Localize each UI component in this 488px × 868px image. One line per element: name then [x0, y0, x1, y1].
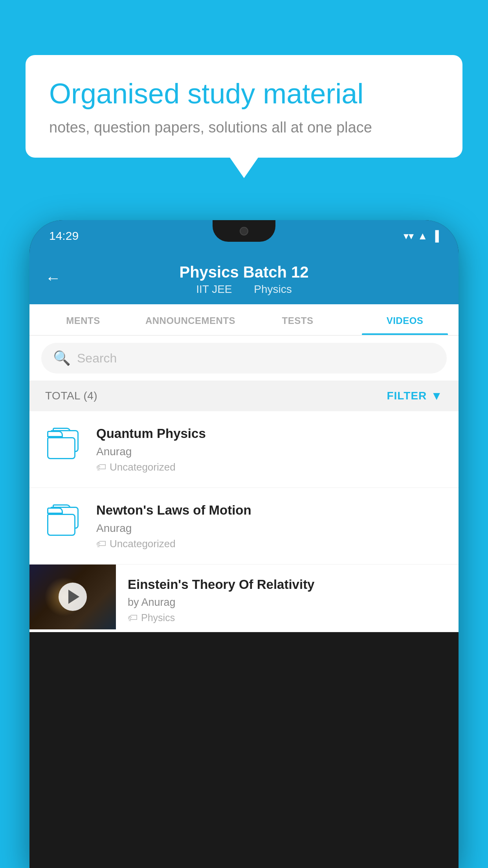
header-title: Physics Batch 12 [49, 263, 439, 281]
search-placeholder: Search [77, 351, 117, 366]
phone-frame: 14:29 ▾▾ ▲ ▐ ← Physics Batch 12 IIT JEE … [29, 220, 459, 868]
video-tag: 🏷 Uncategorized [96, 538, 443, 550]
tab-ments[interactable]: MENTS [29, 304, 137, 335]
filter-button[interactable]: FILTER ▼ [387, 389, 443, 403]
video-list: Quantum Physics Anurag 🏷 Uncategorized [29, 411, 459, 632]
video-thumb-1 [45, 425, 84, 459]
list-item[interactable]: Newton's Laws of Motion Anurag 🏷 Uncateg… [29, 488, 459, 565]
tab-announcements[interactable]: ANNOUNCEMENTS [137, 304, 244, 335]
video-thumb-2 [45, 502, 84, 536]
search-bar[interactable]: 🔍 Search [41, 343, 447, 373]
video-tag: 🏷 Physics [128, 612, 447, 624]
folder-icon [47, 504, 83, 536]
tab-videos[interactable]: VIDEOS [351, 304, 459, 335]
video-thumbnail [29, 565, 116, 629]
status-bar: 14:29 ▾▾ ▲ ▐ [29, 220, 459, 252]
tag-label: Uncategorized [110, 461, 176, 473]
play-icon [68, 590, 79, 604]
battery-icon: ▐ [432, 230, 439, 242]
status-icons: ▾▾ ▲ ▐ [404, 230, 439, 242]
back-button[interactable]: ← [45, 269, 61, 287]
video-title: Quantum Physics [96, 425, 443, 442]
header-iitjee: IIT JEE [196, 283, 232, 295]
header-subtitle: IIT JEE Physics [49, 283, 439, 296]
filter-label: FILTER [387, 390, 427, 402]
header-physics: Physics [254, 283, 292, 295]
phone-notch [213, 220, 275, 242]
tag-icon: 🏷 [128, 612, 138, 624]
filter-funnel-icon: ▼ [431, 389, 443, 403]
bubble-title: Organised study material [49, 77, 439, 110]
video-author: Anurag [96, 445, 443, 458]
status-time: 14:29 [49, 229, 79, 243]
video-info-1: Quantum Physics Anurag 🏷 Uncategorized [96, 425, 443, 473]
tag-icon: 🏷 [96, 538, 106, 550]
wifi-icon: ▾▾ [404, 230, 414, 242]
video-author: Anurag [96, 522, 443, 535]
search-bar-container: 🔍 Search [29, 336, 459, 381]
tag-label: Physics [141, 612, 175, 623]
video-info-3: Einstein's Theory Of Relativity by Anura… [116, 565, 459, 632]
list-item[interactable]: Einstein's Theory Of Relativity by Anura… [29, 565, 459, 632]
signal-icon: ▲ [418, 230, 428, 242]
tabs-bar: MENTS ANNOUNCEMENTS TESTS VIDEOS [29, 304, 459, 336]
folder-icon [47, 428, 83, 459]
video-title: Newton's Laws of Motion [96, 502, 443, 519]
video-info-2: Newton's Laws of Motion Anurag 🏷 Uncateg… [96, 502, 443, 550]
search-icon: 🔍 [53, 350, 71, 366]
bubble-subtitle: notes, question papers, solutions all at… [49, 119, 439, 136]
app-header: ← Physics Batch 12 IIT JEE Physics [29, 252, 459, 304]
video-author: by Anurag [128, 596, 447, 609]
tab-tests[interactable]: TESTS [244, 304, 351, 335]
speech-bubble-container: Organised study material notes, question… [26, 55, 462, 158]
total-count: TOTAL (4) [45, 390, 97, 402]
speech-bubble: Organised study material notes, question… [26, 55, 462, 158]
video-title: Einstein's Theory Of Relativity [128, 576, 447, 593]
list-item[interactable]: Quantum Physics Anurag 🏷 Uncategorized [29, 411, 459, 488]
tag-label: Uncategorized [110, 538, 176, 550]
filter-bar: TOTAL (4) FILTER ▼ [29, 381, 459, 411]
tag-icon: 🏷 [96, 461, 106, 473]
video-tag: 🏷 Uncategorized [96, 461, 443, 473]
play-button[interactable] [59, 583, 87, 611]
camera [240, 227, 248, 235]
